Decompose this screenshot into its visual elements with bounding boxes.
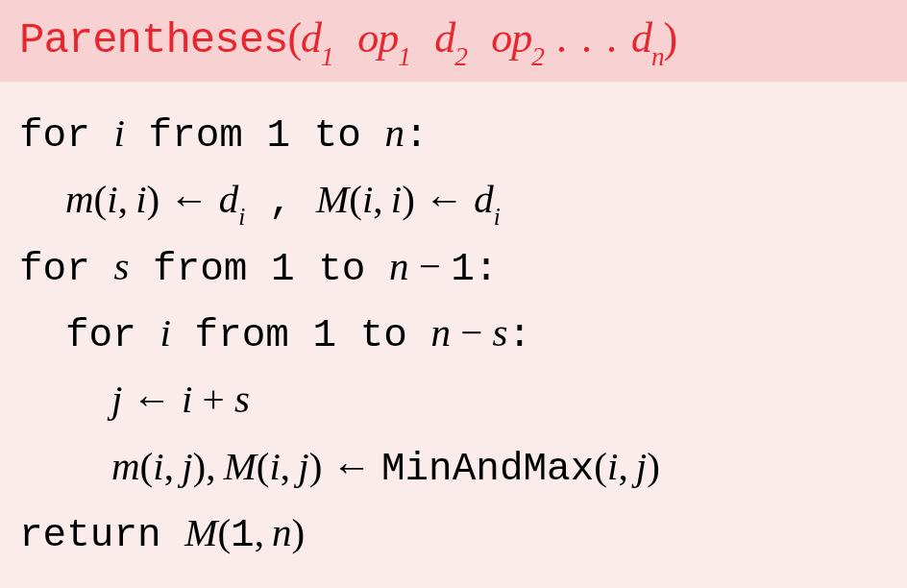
p-close: ) xyxy=(147,177,160,221)
code-line-2: m(i, i) ← di , M(i, i) ← di xyxy=(19,167,888,233)
var-d2: d xyxy=(434,14,454,61)
code-line-4: for i from 1 to n − s: xyxy=(19,301,888,367)
var-M: M xyxy=(224,444,257,488)
kw-from: from xyxy=(171,313,313,357)
kw-for: for xyxy=(19,113,113,158)
kw-from: from xyxy=(125,113,267,158)
kw-from: from xyxy=(129,247,271,291)
arrow: ← xyxy=(122,377,182,421)
num-1: 1 xyxy=(271,247,295,291)
comma2: , xyxy=(373,177,390,221)
sub-1: 1 xyxy=(321,42,333,71)
code-line-6: m(i, j), M(i, j) ← MinAndMax(i, j) xyxy=(19,434,888,501)
p-close3: ) xyxy=(647,444,660,488)
minus: − xyxy=(409,244,452,288)
var-j: j xyxy=(182,444,192,488)
p-close2: ) xyxy=(309,444,323,488)
arrow: ← xyxy=(322,444,381,488)
algorithm-body: for i from 1 to n: m(i, i) ← di , M(i, i… xyxy=(0,82,907,568)
plus: + xyxy=(192,377,234,421)
num-1b: 1 xyxy=(451,247,475,291)
code-line-1: for i from 1 to n: xyxy=(19,101,888,167)
var-j2: j xyxy=(298,444,308,488)
var-n: n xyxy=(389,244,409,288)
p-open: ( xyxy=(94,177,108,221)
colon: : xyxy=(508,313,532,357)
code-line-5: j ← i + s xyxy=(19,367,888,433)
var-op1: op xyxy=(357,14,398,61)
open-paren: ( xyxy=(287,14,301,61)
var-n: n xyxy=(430,310,451,355)
fn-minmax: MinAndMax xyxy=(381,447,594,491)
comma: , xyxy=(164,444,182,488)
p-close2: ) xyxy=(402,177,415,221)
kw-return: return xyxy=(19,513,184,557)
var-d: d xyxy=(219,177,239,221)
var-dn: d xyxy=(631,14,651,61)
var-s: s xyxy=(493,310,508,355)
algorithm-header: Parentheses(d1 op1 d2 op2 . . . dn) xyxy=(0,0,907,82)
code-line-7: return M(1, n) xyxy=(19,501,888,567)
arrow2: ← xyxy=(415,177,475,221)
comma3: , xyxy=(618,444,635,488)
p-close: ) xyxy=(292,510,306,554)
p-close: ) xyxy=(193,444,207,488)
kw-for: for xyxy=(19,247,113,291)
colon: : xyxy=(475,247,499,291)
kw-to: to xyxy=(290,113,384,158)
func-name: Parentheses xyxy=(19,16,287,64)
var-m: m xyxy=(111,444,140,488)
var-d2: d xyxy=(474,177,494,221)
p-open2: ( xyxy=(257,444,270,488)
num-1: 1 xyxy=(231,513,255,557)
p-open: ( xyxy=(217,510,231,554)
sub-1b: 1 xyxy=(398,42,410,71)
sub-n: n xyxy=(651,42,664,71)
colon: : xyxy=(404,113,429,158)
var-i: i xyxy=(182,377,192,421)
var-op2: op xyxy=(491,14,531,61)
num-1: 1 xyxy=(266,113,290,158)
code-line-3: for s from 1 to n − 1: xyxy=(19,234,888,301)
num-1: 1 xyxy=(312,313,336,357)
kw-to: to xyxy=(336,313,430,357)
comma: , xyxy=(255,510,272,554)
var-n: n xyxy=(272,510,292,554)
var-j: j xyxy=(111,377,122,421)
var-i: i xyxy=(153,444,163,488)
p-open2: ( xyxy=(349,177,362,221)
kw-to: to xyxy=(295,247,389,291)
var-i: i xyxy=(159,310,170,355)
close-paren: ) xyxy=(664,14,677,61)
var-j3: j xyxy=(636,444,647,488)
comma2: , xyxy=(281,444,298,488)
sub-2: 2 xyxy=(454,42,467,71)
var-n: n xyxy=(384,110,404,155)
header-title: Parentheses(d1 op1 d2 op2 . . . dn) xyxy=(19,16,676,64)
sub-2b: 2 xyxy=(531,42,544,71)
kw-for: for xyxy=(65,313,159,357)
var-i3: i xyxy=(362,177,373,221)
var-M: M xyxy=(316,177,349,221)
var-d1: d xyxy=(301,14,321,61)
var-i2: i xyxy=(269,444,280,488)
var-s: s xyxy=(113,244,129,288)
sep: , xyxy=(206,444,223,488)
arrow: ← xyxy=(159,177,219,221)
dots: . . . xyxy=(544,14,631,61)
var-i4: i xyxy=(391,177,402,221)
sub-i: i xyxy=(238,203,245,230)
var-s: s xyxy=(234,377,250,421)
var-i2: i xyxy=(135,177,146,221)
var-i: i xyxy=(107,177,117,221)
p-open3: ( xyxy=(594,444,607,488)
minus: − xyxy=(451,310,493,355)
sub-i2: i xyxy=(494,203,501,230)
var-i: i xyxy=(113,110,124,155)
var-m: m xyxy=(65,177,94,221)
var-M: M xyxy=(184,510,217,554)
comma: , xyxy=(118,177,135,221)
sep: , xyxy=(245,180,316,224)
p-open: ( xyxy=(140,444,154,488)
var-i3: i xyxy=(607,444,618,488)
